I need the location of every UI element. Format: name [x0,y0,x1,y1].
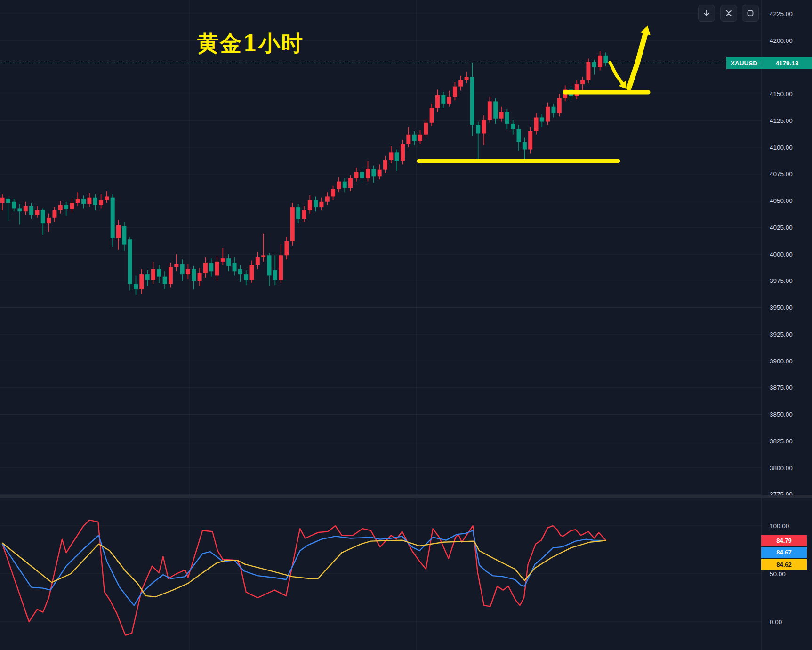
candle-body [401,144,405,161]
arrow-down-drawing[interactable] [610,63,622,83]
candle-body [476,125,480,133]
candle-body [186,269,190,274]
candle-body [116,225,121,238]
candle-body [99,200,103,205]
candle-body [354,172,358,178]
candle-body [493,101,498,118]
candle-body [0,198,5,203]
candle-body [145,274,150,280]
arrow-up-drawing[interactable] [629,34,645,88]
scroll-down-button[interactable] [698,5,715,22]
candle-body [267,255,271,275]
candle-body [528,131,532,150]
candle-body [41,210,45,223]
candle-body [180,264,185,274]
candle-body [540,117,544,121]
candle-body [203,263,208,273]
candle-body [523,142,527,150]
candle-body [360,172,364,178]
candle-body [325,196,330,201]
candle-body [586,62,590,80]
candle-body [87,198,91,204]
candle-body [198,273,202,281]
candle-body [209,263,213,271]
kdj-j-value-label: 84.79 [761,535,807,546]
collapse-panes-button[interactable] [720,5,737,22]
candle-body [418,135,422,141]
candle-body [308,200,312,210]
chart-canvas[interactable]: 4225.004200.004175.004150.004125.004100.… [0,0,812,650]
candle-body [551,107,555,113]
candles[interactable] [0,51,608,295]
candle-body [453,87,457,97]
candle-body [58,205,63,210]
candle-body [221,258,225,262]
candle-body [174,264,178,267]
collapse-icon [725,9,732,17]
kdj-k-line [2,530,606,605]
last-price-value: 4179.13 [762,60,812,67]
candle-body [215,262,219,276]
chart-title-annotation[interactable]: 黄金1小时 [197,29,304,58]
candle-body [192,269,196,281]
candle-body [435,95,440,108]
candle-body [52,210,56,218]
candle-body [76,199,80,203]
candle-body [122,226,126,245]
trading-chart-window: 4225.004200.004175.004150.004125.004100.… [0,0,812,650]
candle-body [139,274,144,289]
candle-body [348,178,353,188]
candle-body [157,269,161,277]
candle-body [47,218,51,223]
candle-body [111,198,115,238]
candle-body [64,205,68,209]
candle-body [24,206,28,211]
candle-body [81,199,86,204]
candle-body [105,196,109,200]
candle-body [546,107,550,122]
arrow-up-drawing-head [640,26,651,35]
candle-body [296,207,300,219]
candle-body [511,124,515,129]
candle-body [151,269,155,280]
candle-body [470,77,474,125]
candle-body [169,267,173,284]
candle-body [406,135,410,144]
candle-body [17,208,22,211]
candle-body [290,207,295,241]
candle-body [6,199,10,203]
frame-icon [747,9,754,17]
candle-body [395,152,399,161]
candle-body [233,263,237,271]
candle-body [371,169,376,176]
candle-body [505,112,509,124]
arrow-down-icon [703,9,710,17]
candle-body [29,206,33,215]
candle-body [35,210,39,215]
candle-body [279,255,283,280]
candle-body [302,210,306,219]
candle-body [580,80,585,84]
candle-body [488,101,492,120]
candle-body [314,200,318,207]
candle-body [250,265,254,280]
candle-body [284,241,289,256]
candle-body [238,269,242,274]
candle-body [592,62,596,67]
chart-toolbar [698,5,759,22]
candle-body [412,135,417,141]
candle-body [424,123,428,135]
candle-body [128,239,132,284]
pane-separator[interactable] [0,495,812,498]
candle-body [389,152,393,160]
candle-body [226,258,231,266]
candle-body [244,274,248,280]
candle-body [517,129,521,142]
candle-body [482,120,486,134]
fullscreen-button[interactable] [742,5,759,22]
candle-body [261,255,265,257]
candle-body [499,112,504,119]
candle-body [273,270,277,280]
symbol-name: XAUUSD [726,60,762,67]
candle-body [441,95,445,104]
